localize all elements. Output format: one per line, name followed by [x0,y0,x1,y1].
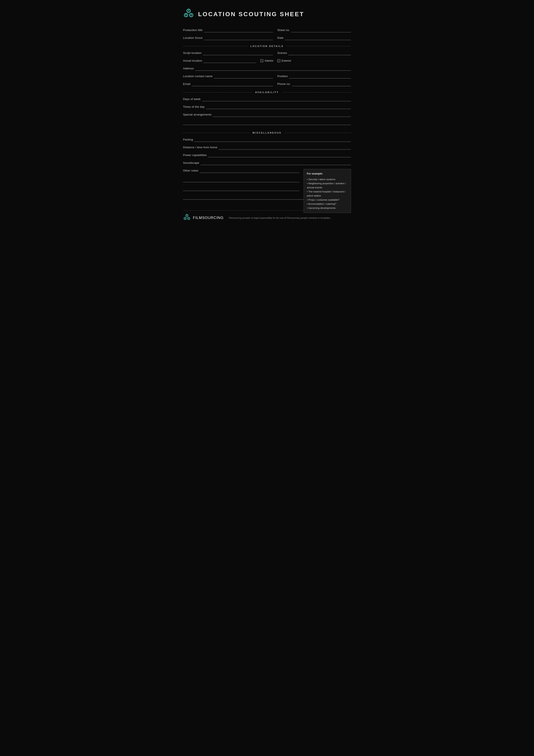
divider-misc-right [285,133,351,133]
input-contact-name[interactable] [214,74,273,78]
notes-blank-line-2 [183,185,299,191]
field-script-location: Script location [183,51,273,55]
label-date: Date [277,36,284,40]
input-other-notes[interactable] [200,169,299,173]
input-production-title[interactable] [204,28,273,32]
label-position: Position [277,74,288,78]
section-label-availability: AVAILABILITY [252,91,282,94]
notes-blank-line-1 [183,177,299,182]
label-power-capabilities: Power capabilities [183,153,207,157]
field-email: Email [183,82,273,86]
field-phone: Phone no. [277,82,351,86]
field-date: Date [277,36,351,40]
row-contact-position: Location contact name Position [183,74,351,78]
filmsourcing-logo-icon [183,9,194,20]
divider-line-right [287,46,351,46]
label-sheet-no: Sheet no. [277,28,290,32]
input-scenes[interactable] [288,51,351,55]
checkbox-exterior[interactable]: Exterior [277,59,291,62]
page-title: LOCATION SCOUTING SHEET [198,11,304,18]
interior-checkbox-box[interactable] [260,59,263,62]
row-times-of-day: Times of the day [183,105,351,109]
footer-brand-bold: FILM [193,216,202,220]
row-address: Address [183,67,351,71]
blank-line-1 [183,121,351,125]
example-item-3: • Props / costumes available? [307,198,348,202]
input-special-arrangements[interactable] [213,113,351,117]
label-exterior: Exterior [282,59,291,62]
input-date[interactable] [285,36,351,40]
label-distance-time: Distance / time from home [183,146,217,149]
input-location-scout[interactable] [204,36,273,40]
input-address[interactable] [195,67,351,71]
input-parking[interactable] [194,138,351,142]
footer-disclaimer-text: Filmsourcing accepts no legal responsibi… [229,217,331,219]
example-box: For example: • Security / alarm systems … [304,169,351,213]
field-contact-name: Location contact name [183,74,273,78]
input-distance-time[interactable] [218,146,351,149]
input-phone[interactable] [292,82,351,86]
label-parking: Parking [183,138,193,142]
location-type-checkboxes: Interior Exterior [260,59,291,63]
label-email: Email [183,82,191,86]
label-production-title: Production title [183,28,203,32]
svg-point-16 [189,218,189,219]
row-distance-time: Distance / time from home [183,146,351,149]
row-special-arrangements: Special arrangements [183,113,351,117]
label-days-of-week: Days of week [183,97,201,101]
field-actual-location: Actual location [183,59,256,63]
label-soundscape: Soundscape [183,161,199,165]
row-parking: Parking [183,138,351,142]
row-email-phone: Email Phone no. [183,82,351,86]
label-location-scout: Location Scout [183,36,202,40]
input-actual-location[interactable] [203,59,256,63]
field-position: Position [277,74,351,78]
row-other-notes: Other notes [183,169,299,173]
divider-avail-left [183,92,252,93]
label-special-arrangements: Special arrangements [183,113,212,117]
svg-point-7 [191,14,192,15]
footer-brand-name: FILMSOURCING [193,216,223,220]
label-interior: Interior [265,59,273,62]
input-position[interactable] [289,74,351,78]
example-item-2: • The nearest hospital / restaurant / pe… [307,190,348,198]
page-header: LOCATION SCOUTING SHEET [183,9,351,20]
svg-point-14 [185,218,185,219]
divider-avail-right [282,92,351,93]
footer-brand-light: SOURCING [202,216,224,220]
label-actual-location: Actual location [183,59,202,63]
svg-point-3 [188,10,189,11]
svg-point-5 [186,14,187,15]
input-email[interactable] [191,82,273,86]
divider-miscellaneous: MISCELLANEOUS [183,131,351,134]
section-label-misc: MISCELLANEOUS [249,131,285,134]
footer-logo-group: FILMSOURCING [183,214,223,222]
row-power-capabilities: Power capabilities [183,153,351,157]
divider-availability: AVAILABILITY [183,91,351,94]
input-sheet-no[interactable] [291,28,351,32]
example-item-4: • Accomodation / catering? [307,202,348,206]
input-soundscape[interactable] [200,161,351,165]
label-script-location: Script location [183,51,202,55]
divider-line-left [183,46,247,46]
notes-section: Other notes For example: • Security / al… [183,169,351,200]
label-address: Address [183,67,194,71]
row-soundscape: Soundscape [183,161,351,165]
example-item-1: • Neighboring properties / activites / a… [307,181,348,190]
example-box-title: For example: [307,172,348,176]
row-scout-date: Location Scout Date [183,36,351,40]
exterior-checkbox-box[interactable] [277,59,280,62]
label-scenes: Scenes [277,51,287,55]
label-phone: Phone no. [277,82,291,86]
svg-point-12 [187,215,187,216]
label-contact-name: Location contact name [183,74,213,78]
example-item-0: • Security / alarm systems [307,177,348,181]
input-times-of-day[interactable] [206,105,351,109]
input-days-of-week[interactable] [202,97,351,101]
field-location-scout: Location Scout [183,36,273,40]
field-sheet-no: Sheet no. [277,28,351,32]
input-power-capabilities[interactable] [208,153,351,157]
checkbox-interior[interactable]: Interior [260,59,273,62]
field-scenes: Scenes [277,51,351,55]
input-script-location[interactable] [203,51,273,55]
